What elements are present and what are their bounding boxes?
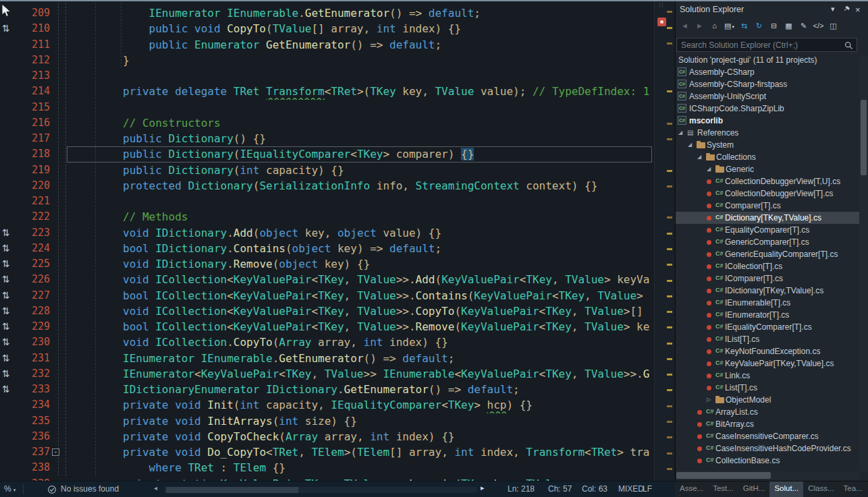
tree-item[interactable]: C#KeyValuePair[TKey,TValue].cs xyxy=(676,357,859,370)
line-number[interactable]: 209 xyxy=(19,5,50,21)
implements-indicator-icon[interactable]: ⇅ xyxy=(0,351,10,366)
health-status-text[interactable]: No issues found xyxy=(61,484,119,494)
view-code-button[interactable]: </> xyxy=(812,20,825,32)
line-number[interactable]: 237 xyxy=(19,444,50,460)
tree-item[interactable]: ▷ObjectModel xyxy=(676,394,859,406)
tree-item[interactable]: C#GenericComparer[T].cs xyxy=(676,236,859,248)
tree-item[interactable]: C#IEqualityComparer[T].cs xyxy=(676,321,859,333)
tree-item[interactable]: C#IList[T].cs xyxy=(676,333,859,345)
glyph-margin[interactable]: ⇅ xyxy=(0,382,19,397)
scrollbar-split-grip[interactable]: ∷ xyxy=(659,1,663,9)
line-number[interactable]: 213 xyxy=(19,68,50,84)
tree-item[interactable]: ◢▤References xyxy=(676,127,859,139)
tree-item[interactable]: C#mscorlib xyxy=(676,115,859,127)
code-line[interactable]: 219 public Dictionary(int capacity) {} xyxy=(0,163,674,178)
code-line[interactable]: 212 } xyxy=(0,53,674,68)
line-number[interactable]: 211 xyxy=(19,37,50,53)
glyph-margin[interactable] xyxy=(0,100,19,115)
search-input[interactable] xyxy=(676,38,857,52)
code-line[interactable]: 237- private void Do_CopyTo<TRet, TElem>… xyxy=(0,444,674,460)
home-button[interactable]: ⌂ xyxy=(708,20,721,32)
tree-item[interactable]: ◢Collections xyxy=(676,151,859,163)
panel-tab[interactable]: Asse... xyxy=(675,481,708,497)
fold-margin[interactable] xyxy=(50,351,71,366)
tree-item[interactable]: C#IDictionary[TKey,TValue].cs xyxy=(676,285,859,297)
implements-indicator-icon[interactable]: ⇅ xyxy=(0,272,10,287)
glyph-margin[interactable] xyxy=(0,476,19,481)
tree-item[interactable]: C#CollectionDebuggerView[T,U].cs xyxy=(676,175,859,187)
fold-margin[interactable] xyxy=(50,84,71,99)
expander-icon[interactable]: ◢ xyxy=(707,166,711,172)
collapse-region-icon[interactable]: - xyxy=(52,448,59,456)
code-editor[interactable]: 209 IEnumerator IEnumerable.GetEnumerato… xyxy=(0,0,674,481)
fold-margin[interactable] xyxy=(50,131,71,146)
code-line[interactable]: ⇅225 void IDictionary.Remove(object key)… xyxy=(0,256,674,272)
preview-selected-items-button[interactable]: ◫ xyxy=(827,20,840,32)
code-line[interactable]: ⇅227 bool ICollection<KeyValuePair<TKey,… xyxy=(0,288,674,303)
glyph-margin[interactable] xyxy=(0,429,19,444)
refresh-button[interactable]: ↻ xyxy=(753,20,765,32)
line-number[interactable]: 233 xyxy=(19,382,50,397)
line-number[interactable]: 229 xyxy=(19,319,50,334)
tree-item[interactable]: C#Assembly-UnityScript xyxy=(676,90,859,103)
line-number[interactable]: 234 xyxy=(19,397,50,413)
fold-margin[interactable] xyxy=(50,194,71,209)
panel-tab[interactable]: Class... xyxy=(803,481,838,497)
fold-margin[interactable] xyxy=(50,209,71,225)
panel-tab[interactable]: Solut... xyxy=(769,481,803,497)
line-number[interactable]: 210 xyxy=(19,21,50,36)
search-icon[interactable] xyxy=(844,40,853,53)
code-line[interactable]: 217 public Dictionary() {} xyxy=(0,131,674,146)
code-line[interactable]: 221 xyxy=(0,194,674,209)
fold-margin[interactable] xyxy=(50,163,71,178)
tree-item[interactable]: C#EqualityComparer[T].cs xyxy=(676,224,859,236)
glyph-margin[interactable]: ⇅ xyxy=(0,288,19,303)
glyph-margin[interactable] xyxy=(0,68,19,84)
tree-item[interactable]: C#Link.cs xyxy=(676,370,859,382)
fold-margin[interactable] xyxy=(50,53,71,68)
tree-item[interactable]: C#IEnumerable[T].cs xyxy=(676,297,859,309)
implements-indicator-icon[interactable]: ⇅ xyxy=(0,288,10,303)
fold-margin[interactable] xyxy=(50,241,71,256)
implements-indicator-icon[interactable]: ⇅ xyxy=(0,334,10,350)
tree-item[interactable]: C#Comparer[T].cs xyxy=(676,200,859,212)
switch-views-button[interactable]: ▤▾ xyxy=(723,20,736,32)
navigate-forward-button[interactable]: ► xyxy=(693,20,706,32)
line-number[interactable]: 226 xyxy=(19,272,50,287)
fold-margin[interactable] xyxy=(50,100,71,115)
line-number[interactable]: 215 xyxy=(19,100,50,115)
fold-margin[interactable] xyxy=(50,68,71,84)
code-line[interactable]: 239 private static KeyValuePair<TKey, TV… xyxy=(0,476,674,481)
implements-indicator-icon[interactable]: ⇅ xyxy=(0,21,10,36)
glyph-margin[interactable] xyxy=(0,115,19,131)
fold-margin[interactable] xyxy=(50,5,71,21)
line-number[interactable]: 217 xyxy=(19,131,50,146)
fold-margin[interactable] xyxy=(50,397,71,413)
tree-item[interactable]: C#KeyNotFoundException.cs xyxy=(676,345,859,357)
panel-horizontal-scrollbar[interactable] xyxy=(676,471,859,479)
glyph-margin[interactable] xyxy=(0,37,19,53)
glyph-margin[interactable]: ⇅ xyxy=(0,366,19,382)
line-number[interactable]: 235 xyxy=(19,413,50,429)
expander-icon[interactable]: ◢ xyxy=(688,142,692,148)
fold-margin[interactable] xyxy=(50,288,71,303)
fold-margin[interactable] xyxy=(50,319,71,334)
tree-item[interactable]: C#CaseInsensitiveComparer.cs xyxy=(676,430,859,442)
line-number[interactable]: 223 xyxy=(19,225,50,241)
expander-icon[interactable]: ◢ xyxy=(697,154,701,160)
glyph-margin[interactable] xyxy=(0,53,19,68)
sync-with-active-document-button[interactable]: ⇆ xyxy=(738,20,751,32)
line-number[interactable]: 212 xyxy=(19,53,50,68)
health-check-icon[interactable] xyxy=(47,485,57,496)
glyph-margin[interactable] xyxy=(0,397,19,413)
line-number[interactable]: 219 xyxy=(19,163,50,178)
code-line[interactable]: 220 protected Dictionary(SerializationIn… xyxy=(0,178,674,194)
fold-margin[interactable] xyxy=(50,225,71,241)
fold-margin[interactable] xyxy=(50,272,71,287)
line-number[interactable]: 238 xyxy=(19,460,50,475)
tree-item[interactable]: C#IComparer[T].cs xyxy=(676,272,859,285)
fold-margin[interactable]: - xyxy=(50,444,71,460)
scroll-right-arrow-icon[interactable]: ▸ xyxy=(481,484,485,492)
implements-indicator-icon[interactable]: ⇅ xyxy=(0,382,10,397)
scrollbar-thumb[interactable] xyxy=(861,100,867,175)
